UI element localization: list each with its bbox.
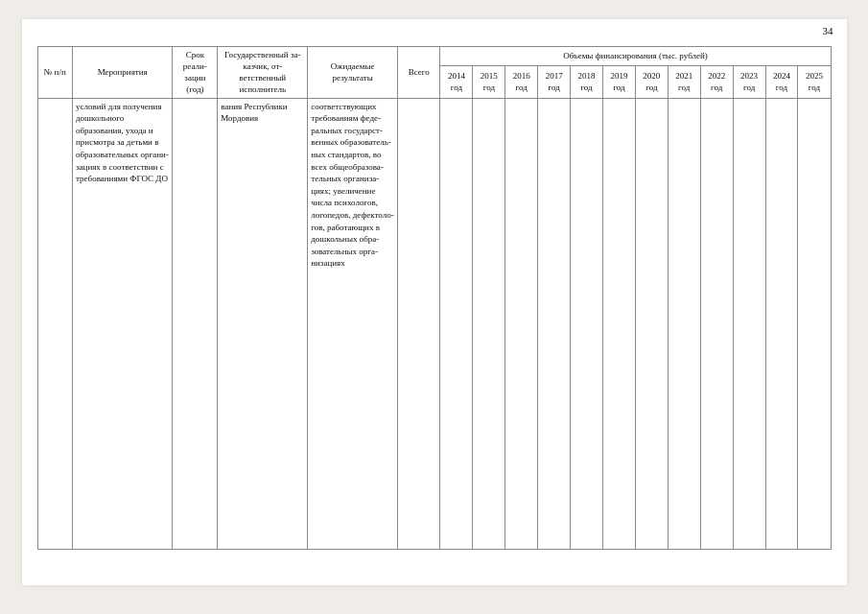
header-year-2016: 2016 год (505, 65, 538, 98)
cell-mero: условий для получения дошкольного образо… (73, 98, 173, 549)
header-ozh: Ожидаемые результаты (308, 47, 398, 99)
cell-2024 (765, 98, 798, 549)
header-num: № п/п (37, 47, 73, 99)
header-row-1: № п/п Мероприятия Срок реали­зации (год)… (37, 47, 831, 66)
header-year-2024: 2024 год (765, 65, 798, 98)
header-financing: Объемы финансирования (тыс. рублей) (440, 47, 831, 66)
cell-gos: вания Рес­публики Мордовия (218, 98, 308, 549)
header-year-2020: 2020 год (635, 65, 668, 98)
cell-2025 (798, 98, 831, 549)
cell-2018 (571, 98, 603, 549)
cell-2016 (505, 98, 538, 549)
cell-ozh: соответст­вующих требовани­ям феде­ральн… (308, 98, 398, 549)
header-year-2018: 2018 год (571, 65, 603, 98)
cell-srok (173, 98, 218, 549)
cell-num (37, 98, 73, 549)
page-container: 34 № п/п Мероприятия (22, 19, 847, 585)
cell-2017 (538, 98, 571, 549)
cell-2020 (635, 98, 668, 549)
cell-2019 (603, 98, 636, 549)
header-year-2021: 2021 год (668, 65, 700, 98)
cell-2022 (700, 98, 733, 549)
header-year-2022: 2022 год (700, 65, 733, 98)
header-mero: Мероприятия (73, 47, 173, 99)
header-year-2015: 2015 год (473, 65, 505, 98)
header-vsego: Всего (398, 47, 440, 99)
header-year-2017: 2017 год (538, 65, 571, 98)
table-row: условий для получения дошкольного образо… (37, 98, 831, 549)
cell-2023 (733, 98, 765, 549)
main-table: № п/п Мероприятия Срок реали­зации (год)… (37, 46, 832, 550)
header-srok: Срок реали­зации (год) (173, 47, 218, 99)
cell-2014 (440, 98, 473, 549)
cell-2015 (473, 98, 505, 549)
page-number: 34 (823, 25, 833, 36)
header-year-2014: 2014 год (440, 65, 473, 98)
cell-vsego (398, 98, 440, 549)
header-year-2025: 2025 год (798, 65, 831, 98)
header-gos: Государст­венный за­казчик, от­ветственн… (218, 47, 308, 99)
cell-2021 (668, 98, 700, 549)
header-year-2019: 2019 год (603, 65, 636, 98)
header-year-2023: 2023 год (733, 65, 765, 98)
